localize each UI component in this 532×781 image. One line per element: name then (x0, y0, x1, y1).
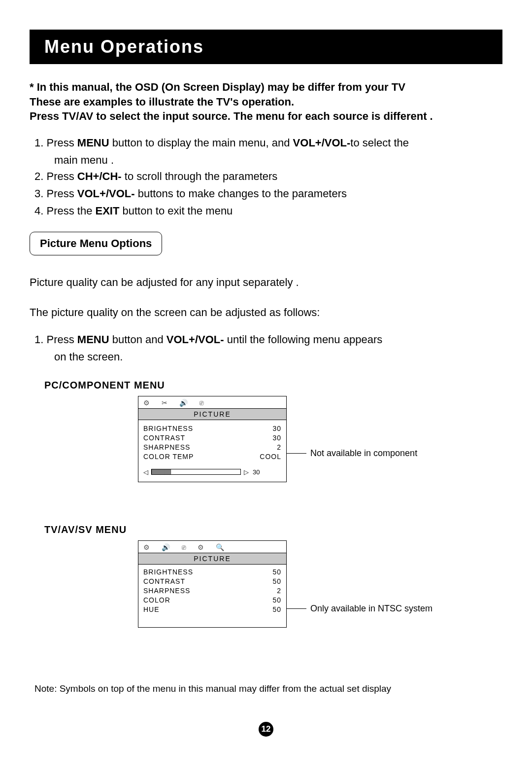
pc-row-colortemp: COLOR TEMPCOOL (143, 452, 281, 462)
tv-osd-header: PICTURE (138, 553, 286, 564)
tv-callout: Only available in NTSC system (287, 604, 432, 614)
footnote: Note: Symbols on top of the menu in this… (34, 683, 502, 694)
tv-osd-body: BRIGHTNESS50 CONTRAST50 SHARPNESS2 COLOR… (138, 564, 286, 627)
tv-row-hue: HUE50 (143, 605, 281, 614)
step-1: 1. Press MENU button to display the main… (34, 135, 502, 151)
pc-row-contrast: CONTRAST30 (143, 433, 281, 443)
step-1-cont: main menu . (34, 152, 502, 168)
pc-callout: Not available in component (287, 448, 417, 459)
intro-line-3: Press TV/AV to select the input source. … (30, 109, 502, 124)
page-title: Menu Operations (44, 36, 488, 57)
paragraph-1: Picture quality can be adjusted for any … (30, 274, 502, 290)
tv-row-sharpness: SHARPNESS2 (143, 586, 281, 596)
tv-osd-box: ⚙ 🔊 ⎚ ⚙ 🔍 PICTURE BRIGHTNESS50 CONTRAST5… (138, 540, 287, 627)
page-number: 12 (259, 722, 273, 737)
pc-osd-body: BRIGHTNESS30 CONTRAST30 SHARPNESS2 COLOR… (138, 420, 286, 464)
sub-step-1-cont: on the screen. (34, 349, 502, 365)
pc-osd-box: ⚙ ✂ 🔊 ⎚ PICTURE BRIGHTNESS30 CONTRAST30 … (138, 396, 287, 482)
main-steps: 1. Press MENU button to display the main… (30, 135, 502, 219)
callout-line (287, 453, 306, 454)
intro-line-1: * In this manual, the OSD (On Screen Dis… (30, 80, 502, 95)
pc-callout-text: Not available in component (310, 448, 417, 459)
section-heading-box: Picture Menu Options (30, 232, 162, 255)
pc-osd-slider: ◁ ▷ 30 (138, 464, 286, 482)
pc-row-sharpness: SHARPNESS2 (143, 443, 281, 452)
tv-row-contrast: CONTRAST50 (143, 577, 281, 586)
step-2: 2. Press CH+/CH- to scroll through the p… (34, 168, 502, 184)
tv-row-color: COLOR50 (143, 596, 281, 605)
pc-osd-icon-row: ⚙ ✂ 🔊 ⎚ (138, 396, 286, 409)
sub-step-1: 1. Press MENU button and VOL+/VOL- until… (34, 331, 502, 348)
paragraph-2: The picture quality on the screen can be… (30, 304, 502, 320)
callout-line (287, 608, 306, 609)
pc-menu-label: PC/COMPONENT MENU (44, 380, 502, 391)
slider-track (151, 469, 241, 475)
intro-line-2: These are examples to illustrate the TV'… (30, 95, 502, 109)
slider-right-icon: ▷ (244, 468, 249, 476)
tv-menu-label: TV/AV/SV MENU (44, 524, 502, 535)
pc-osd-wrap: ⚙ ✂ 🔊 ⎚ PICTURE BRIGHTNESS30 CONTRAST30 … (138, 396, 433, 499)
slider-fill (152, 469, 171, 474)
pc-row-brightness: BRIGHTNESS30 (143, 424, 281, 433)
sub-steps: 1. Press MENU button and VOL+/VOL- until… (30, 331, 502, 365)
tv-osd-icon-row: ⚙ 🔊 ⎚ ⚙ 🔍 (138, 541, 286, 553)
tv-row-brightness: BRIGHTNESS50 (143, 568, 281, 577)
tv-callout-text: Only available in NTSC system (310, 604, 432, 614)
slider-left-icon: ◁ (143, 468, 148, 476)
title-bar: Menu Operations (30, 30, 502, 64)
step-3: 3. Press VOL+/VOL- buttons to make chang… (34, 185, 502, 202)
tv-osd-wrap: ⚙ 🔊 ⎚ ⚙ 🔍 PICTURE BRIGHTNESS50 CONTRAST5… (138, 540, 483, 654)
slider-value: 30 (253, 468, 260, 476)
step-4: 4. Press the EXIT button to exit the men… (34, 203, 502, 219)
pc-osd-header: PICTURE (138, 409, 286, 420)
intro-block: * In this manual, the OSD (On Screen Dis… (30, 80, 502, 124)
